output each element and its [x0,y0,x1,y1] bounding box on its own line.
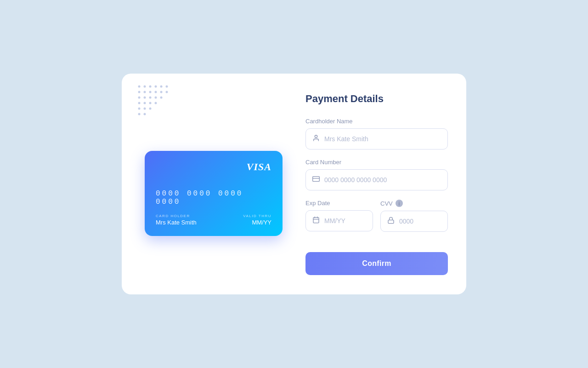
svg-point-9 [155,91,157,93]
svg-point-15 [155,97,157,99]
svg-point-5 [166,86,168,88]
svg-point-0 [138,86,141,88]
cardholder-name-field: Cardholder Name [305,118,448,150]
svg-point-19 [149,102,152,104]
svg-point-14 [149,97,152,99]
valid-thru-value: MM/YY [243,219,271,226]
cvv-info-icon[interactable]: i [396,200,403,207]
svg-point-21 [138,108,141,110]
svg-point-24 [138,113,141,115]
cvv-input[interactable] [399,218,441,225]
exp-date-input-wrapper [305,210,373,231]
card-number-field: Card Number [305,159,448,190]
svg-rect-27 [313,177,320,182]
lock-icon [387,217,395,226]
cvv-label-row: CVV i [380,200,448,207]
dot-grid-decoration [136,83,172,120]
cardholder-name-input[interactable] [324,135,441,143]
cvv-input-wrapper [380,211,448,232]
confirm-button[interactable]: Confirm [305,252,448,275]
cardholder-name-label: Cardholder Name [305,118,448,125]
exp-date-label: Exp Date [305,200,373,207]
card-number-input-wrapper [305,169,448,190]
svg-point-18 [144,102,146,104]
card-holder-label: CARD HOLDER [156,214,197,218]
svg-point-7 [144,91,146,93]
svg-point-26 [315,135,317,138]
exp-date-input[interactable] [324,217,366,224]
card-icon [312,175,320,184]
svg-point-22 [144,108,146,110]
svg-point-11 [166,91,168,93]
card-number-input[interactable] [324,176,441,184]
page-title: Payment Details [305,93,448,105]
exp-date-field: Exp Date [305,200,373,232]
svg-point-17 [138,102,141,104]
cvv-label: CVV [380,200,393,207]
visa-logo: VISA [247,161,271,173]
svg-point-16 [160,97,163,99]
calendar-icon [312,216,320,225]
svg-point-12 [138,97,141,99]
svg-point-4 [160,86,163,88]
card-bottom: CARD HOLDER Mrs Kate Smith VALID THRU MM… [156,214,271,226]
svg-point-13 [144,97,146,99]
svg-point-6 [138,91,141,93]
svg-point-3 [155,86,157,88]
svg-rect-33 [388,220,394,223]
credit-card: VISA 0000 0000 0000 0000 CARD HOLDER Mrs… [145,151,283,236]
cardholder-name-input-wrapper [305,128,448,150]
svg-point-20 [155,102,157,104]
valid-thru-label: VALID THRU [243,214,271,218]
card-holder-value: Mrs Kate Smith [156,219,197,226]
cvv-field: CVV i [380,200,448,232]
card-number-label: Card Number [305,159,448,166]
card-holder-group: CARD HOLDER Mrs Kate Smith [156,214,197,226]
svg-point-25 [144,113,146,115]
svg-point-2 [149,86,152,88]
svg-point-1 [144,86,146,88]
svg-point-23 [149,108,152,110]
card-number-display: 0000 0000 0000 0000 [156,190,271,206]
payment-modal: VISA 0000 0000 0000 0000 CARD HOLDER Mrs… [122,74,466,294]
svg-point-10 [160,91,163,93]
valid-thru-group: VALID THRU MM/YY [243,214,271,226]
person-icon [312,134,320,144]
exp-cvv-row: Exp Date CVV [305,200,448,241]
right-panel: Payment Details Cardholder Name Card Num… [287,92,448,276]
svg-rect-29 [313,218,319,223]
svg-point-8 [149,91,152,93]
card-top: VISA [156,161,271,173]
